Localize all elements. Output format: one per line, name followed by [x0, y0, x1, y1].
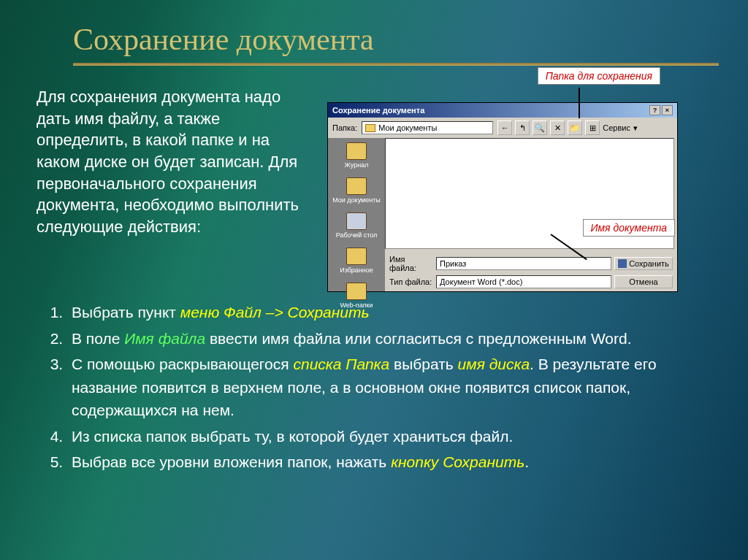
- views-icon[interactable]: ⊞: [585, 120, 600, 135]
- places-sidebar: Журнал Мои документы Рабочий стол Избран…: [328, 138, 385, 291]
- slide-title: Сохранение документа: [0, 0, 748, 63]
- sidebar-mydocs-label: Мои документы: [332, 196, 381, 204]
- dialog-titlebar: Сохранение документа ? ×: [328, 103, 677, 118]
- step-5: Выбрав все уровни вложения папок, нажать…: [67, 450, 697, 474]
- step-3: С помощью раскрывающегося списка Папка в…: [67, 353, 697, 422]
- step2-highlight: Имя файла: [124, 330, 205, 347]
- step3-highlight1: списка Папка: [293, 356, 389, 372]
- filetype-combo[interactable]: Документ Word (*.doc): [436, 275, 611, 288]
- help-button[interactable]: ?: [649, 105, 660, 115]
- folder-combo[interactable]: Мои документы: [362, 121, 493, 134]
- new-folder-icon[interactable]: 📁: [568, 120, 582, 135]
- service-dropdown-icon[interactable]: ▾: [633, 123, 638, 133]
- save-dialog: Сохранение документа ? × Папка: Мои доку…: [327, 102, 678, 292]
- cancel-button-label: Отмена: [629, 277, 657, 286]
- disk-icon: [618, 259, 627, 268]
- cancel-button[interactable]: Отмена: [614, 275, 673, 288]
- folder-icon: [365, 124, 375, 132]
- dialog-illustration: Папка для сохранения Имя документа Сохра…: [327, 80, 719, 292]
- folder-combo-value: Мои документы: [378, 123, 437, 132]
- callout-folder: Папка для сохранения: [538, 67, 660, 85]
- filename-label: Имя файла:: [389, 255, 433, 272]
- delete-icon[interactable]: ✕: [550, 120, 565, 135]
- up-icon[interactable]: ↰: [515, 120, 530, 135]
- filetype-label: Тип файла:: [389, 277, 433, 286]
- sidebar-favorites[interactable]: Избранное: [328, 243, 385, 278]
- steps-list: Выбрать пункт меню Файл –> Сохранить В п…: [0, 292, 748, 474]
- close-button[interactable]: ×: [662, 105, 673, 115]
- search-icon[interactable]: 🔍: [533, 120, 547, 135]
- step5-highlight: кнопку Сохранить: [391, 453, 524, 470]
- back-icon[interactable]: ←: [497, 120, 512, 135]
- sidebar-web-label: Web-папки: [340, 302, 373, 309]
- folder-label: Папка:: [332, 123, 357, 132]
- callout-filename: Имя документа: [583, 219, 676, 237]
- arrow-folder-line: [579, 88, 580, 118]
- sidebar-favorites-label: Избранное: [340, 266, 373, 274]
- service-label[interactable]: Сервис: [603, 123, 630, 132]
- sidebar-history-label: Журнал: [345, 161, 369, 169]
- sidebar-history[interactable]: Журнал: [328, 138, 385, 173]
- step-4: Из списка папок выбрать ту, в которой бу…: [67, 425, 697, 448]
- save-button[interactable]: Сохранить: [614, 257, 673, 270]
- step3-highlight2: имя диска: [458, 356, 530, 372]
- sidebar-mydocs[interactable]: Мои документы: [328, 173, 385, 208]
- sidebar-desktop[interactable]: Рабочий стол: [328, 208, 385, 243]
- step-2: В поле Имя файла ввести имя файла или со…: [67, 327, 697, 350]
- save-button-label: Сохранить: [629, 259, 669, 268]
- dialog-title-text: Сохранение документа: [332, 106, 424, 115]
- title-underline: [73, 63, 719, 66]
- sidebar-desktop-label: Рабочий стол: [336, 231, 378, 239]
- sidebar-web[interactable]: Web-папки: [328, 278, 385, 313]
- intro-text: Для сохранения документа надо дать имя ф…: [37, 80, 314, 292]
